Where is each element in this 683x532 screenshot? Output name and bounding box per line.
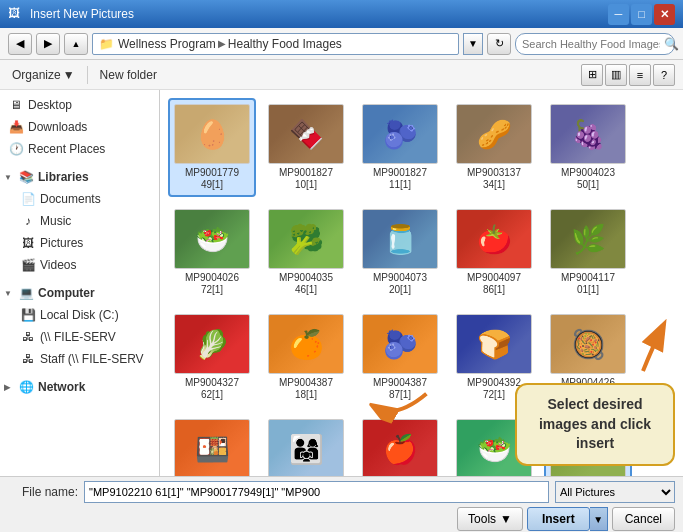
sidebar-item-fileserv1[interactable]: 🖧 (\\ FILE-SERV [0, 326, 159, 348]
file-item[interactable]: 🥗MP9004026 72[1] [168, 203, 256, 302]
filename-label: File name: [8, 485, 78, 499]
sidebar-item-downloads[interactable]: 📥 Downloads [0, 116, 159, 138]
sidebar-item-fileserv2[interactable]: 🖧 Staff (\\ FILE-SERV [0, 348, 159, 370]
file-item[interactable]: 🥗MP9102209 37[1] [450, 413, 538, 476]
file-item[interactable]: 🫙MP9004073 20[1] [356, 203, 444, 302]
maximize-button[interactable]: □ [631, 4, 652, 25]
file-item[interactable]: 🍱MP9004443 72[1] [168, 413, 256, 476]
sidebar-label-videos: Videos [40, 258, 76, 272]
up-button[interactable]: ▲ [64, 33, 88, 55]
file-name-label: MP9004426 35[1] [550, 377, 626, 401]
file-thumbnail: 🥘 [550, 314, 626, 374]
file-item[interactable]: 🫐MP9004387 87[1] [356, 308, 444, 407]
bottom-bar: File name: All Pictures Tools ▼ Insert ▼… [0, 476, 683, 532]
file-item[interactable]: 🌿MP9004117 01[1] [544, 203, 632, 302]
file-item[interactable]: 🍊MP9004387 18[1] [262, 308, 350, 407]
view-list-button[interactable]: ▥ [605, 64, 627, 86]
file-name-label: MP9003137 34[1] [456, 167, 532, 191]
insert-button[interactable]: Insert [527, 507, 590, 531]
network-icon: 🌐 [18, 379, 34, 395]
back-button[interactable]: ◀ [8, 33, 32, 55]
sidebar-label-network: Network [38, 380, 85, 394]
address-icon: 📁 [99, 37, 114, 51]
file-thumbnail: 🍫 [268, 104, 344, 164]
sidebar-item-music[interactable]: ♪ Music [0, 210, 159, 232]
file-name-label: MP9004387 18[1] [268, 377, 344, 401]
pictures-icon: 🖼 [20, 235, 36, 251]
insert-dropdown-button[interactable]: ▼ [590, 507, 608, 531]
sidebar-label-fileserv1: (\\ FILE-SERV [40, 330, 116, 344]
close-button[interactable]: ✕ [654, 4, 675, 25]
file-item[interactable]: 👨‍👩‍👧MP9004464 88[1] [262, 413, 350, 476]
sidebar-item-recent[interactable]: 🕐 Recent Places [0, 138, 159, 160]
file-thumbnail: 🌿 [550, 209, 626, 269]
new-folder-button[interactable]: New folder [96, 66, 161, 84]
file-name-label: MP9004117 01[1] [550, 272, 626, 296]
content-wrapper: 🥚MP9001779 49[1]🍫MP9001827 10[1]🫐MP90018… [160, 90, 683, 476]
file-thumbnail: 🥙 [550, 419, 626, 476]
file-item[interactable]: 🥙MP9102210 61[1] [544, 413, 632, 476]
libraries-icon: 📚 [18, 169, 34, 185]
file-item[interactable]: 🥜MP9003137 34[1] [450, 98, 538, 197]
file-thumbnail: 🫐 [362, 104, 438, 164]
sidebar-group-computer[interactable]: ▼ 💻 Computer [0, 282, 159, 304]
file-grid: 🥚MP9001779 49[1]🍫MP9001827 10[1]🫐MP90018… [160, 90, 683, 476]
file-item[interactable]: 🍎MP9102187 33[1] [356, 413, 444, 476]
file-thumbnail: 🥗 [456, 419, 532, 476]
file-item[interactable]: 🍫MP9001827 10[1] [262, 98, 350, 197]
file-thumbnail: 👨‍👩‍👧 [268, 419, 344, 476]
file-name-label: MP9001827 10[1] [268, 167, 344, 191]
file-item[interactable]: 🫐MP9001827 11[1] [356, 98, 444, 197]
sidebar-group-network[interactable]: ▶ 🌐 Network [0, 376, 159, 398]
view-change-button[interactable]: ⊞ [581, 64, 603, 86]
file-thumbnail: 🍇 [550, 104, 626, 164]
address-path[interactable]: 📁 Wellness Program ▶ Healthy Food Images [92, 33, 459, 55]
sidebar-label-libraries: Libraries [38, 170, 89, 184]
file-item[interactable]: 🥘MP9004426 35[1] [544, 308, 632, 407]
organize-button[interactable]: Organize ▼ [8, 66, 79, 84]
file-thumbnail: 🥚 [174, 104, 250, 164]
file-thumbnail: 🫐 [362, 314, 438, 374]
file-item[interactable]: 🥚MP9001779 49[1] [168, 98, 256, 197]
downloads-icon: 📥 [8, 119, 24, 135]
file-name-label: MP9004023 50[1] [550, 167, 626, 191]
file-item[interactable]: 🍞MP9004392 72[1] [450, 308, 538, 407]
organize-label: Organize [12, 68, 61, 82]
sidebar-item-pictures[interactable]: 🖼 Pictures [0, 232, 159, 254]
search-icon: 🔍 [664, 37, 679, 51]
search-input[interactable] [522, 38, 660, 50]
tools-button[interactable]: Tools ▼ [457, 507, 523, 531]
address-dropdown-button[interactable]: ▼ [463, 33, 483, 55]
sidebar-item-documents[interactable]: 📄 Documents [0, 188, 159, 210]
file-item[interactable]: 🥬MP9004327 62[1] [168, 308, 256, 407]
cancel-button[interactable]: Cancel [612, 507, 675, 531]
fileserv2-icon: 🖧 [20, 351, 36, 367]
sidebar-item-desktop[interactable]: 🖥 Desktop [0, 94, 159, 116]
forward-button[interactable]: ▶ [36, 33, 60, 55]
file-item[interactable]: 🍇MP9004023 50[1] [544, 98, 632, 197]
file-name-label: MP9004035 46[1] [268, 272, 344, 296]
search-box[interactable]: 🔍 [515, 33, 675, 55]
toolbar: Organize ▼ New folder ⊞ ▥ ≡ ? [0, 60, 683, 90]
tools-dropdown-icon: ▼ [500, 512, 512, 526]
file-name-label: MP9004097 86[1] [456, 272, 532, 296]
file-thumbnail: 🥬 [174, 314, 250, 374]
filetype-select[interactable]: All Pictures [555, 481, 675, 503]
file-thumbnail: 🥗 [174, 209, 250, 269]
file-thumbnail: 🥦 [268, 209, 344, 269]
refresh-button[interactable]: ↻ [487, 33, 511, 55]
title-bar: 🖼 Insert New Pictures ─ □ ✕ [0, 0, 683, 28]
help-button[interactable]: ? [653, 64, 675, 86]
sidebar-group-libraries[interactable]: ▼ 📚 Libraries [0, 166, 159, 188]
documents-icon: 📄 [20, 191, 36, 207]
sidebar-item-videos[interactable]: 🎬 Videos [0, 254, 159, 276]
sidebar-label-localdisk: Local Disk (C:) [40, 308, 119, 322]
sidebar-item-localdisk[interactable]: 💾 Local Disk (C:) [0, 304, 159, 326]
fileserv1-icon: 🖧 [20, 329, 36, 345]
sidebar-label-recent: Recent Places [28, 142, 105, 156]
filename-input[interactable] [84, 481, 549, 503]
file-item[interactable]: 🥦MP9004035 46[1] [262, 203, 350, 302]
view-details-button[interactable]: ≡ [629, 64, 651, 86]
file-item[interactable]: 🍅MP9004097 86[1] [450, 203, 538, 302]
minimize-button[interactable]: ─ [608, 4, 629, 25]
